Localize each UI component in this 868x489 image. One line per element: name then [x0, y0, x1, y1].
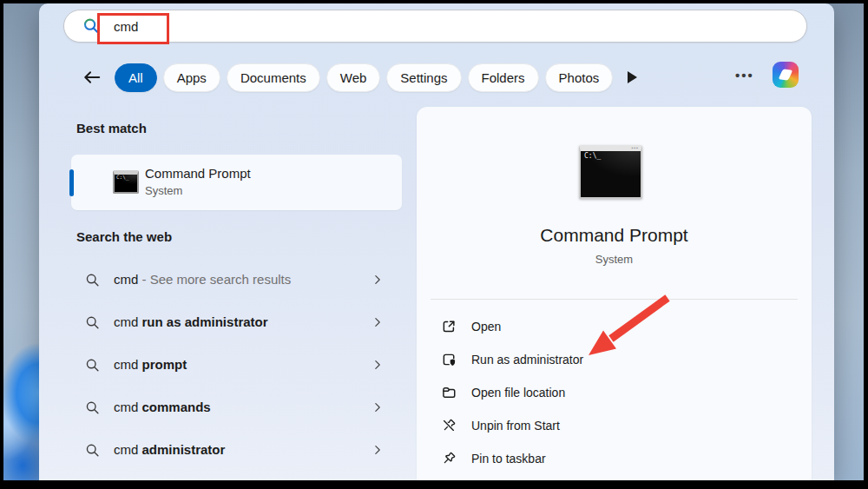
chevron-right-icon [372, 401, 384, 413]
run-as-administrator-icon [441, 352, 457, 367]
chevron-right-icon [372, 316, 384, 328]
best-match-subtitle: System [145, 184, 182, 197]
suggestion-query: cmd [114, 272, 138, 287]
suggestion-suffix: run as administrator [142, 314, 268, 329]
web-section-heading: Search the web [76, 229, 172, 244]
copilot-icon[interactable] [773, 62, 799, 88]
suggestion-suffix: commands [142, 400, 211, 414]
search-icon [85, 273, 100, 287]
action-list: Open Run as administrator Open file loca… [417, 310, 812, 475]
details-title: Command Prompt [417, 225, 812, 246]
action-unpin-from-start[interactable]: Unpin from Start [417, 409, 812, 442]
suggestion-query: cmd [114, 357, 142, 372]
more-options-icon[interactable]: ••• [735, 68, 754, 83]
suggestion-suffix: administrator [142, 442, 226, 457]
search-input[interactable]: cmd [63, 10, 807, 43]
tab-all[interactable]: All [115, 63, 157, 92]
action-pin-to-taskbar[interactable]: Pin to taskbar [417, 442, 812, 475]
action-label: Unpin from Start [471, 419, 560, 433]
back-button[interactable] [81, 66, 103, 89]
suggestion-query: cmd [114, 314, 142, 329]
wallpaper-bloom [3, 328, 40, 480]
command-prompt-icon-large: ▪▪▪ C:\_ [579, 145, 642, 199]
suggestion-query: cmd [114, 442, 142, 457]
back-arrow-icon [82, 68, 102, 87]
best-match-heading: Best match [76, 121, 147, 135]
annotation-highlight-box [97, 13, 169, 44]
action-open-file-location[interactable]: Open file location [417, 376, 812, 409]
best-match-result[interactable]: C:\_ Command Prompt System [71, 155, 402, 210]
selection-accent-bar [69, 169, 74, 196]
tab-documents[interactable]: Documents [227, 63, 320, 92]
suggestion-row[interactable]: cmd commands [39, 387, 412, 429]
suggestion-row[interactable]: cmd - See more search results [39, 259, 412, 301]
filter-tabs: All Apps Documents Web Settings Folders … [115, 63, 613, 92]
search-icon [85, 315, 100, 330]
chevron-right-icon [372, 444, 384, 456]
open-icon [441, 319, 457, 334]
unpin-icon [441, 418, 457, 433]
web-suggestions-list: cmd - See more search results cmd run as… [39, 259, 412, 472]
tab-apps[interactable]: Apps [163, 63, 220, 92]
tab-photos[interactable]: Photos [545, 63, 614, 92]
tab-folders[interactable]: Folders [468, 63, 539, 92]
best-match-title: Command Prompt [145, 166, 251, 181]
suggestion-query: cmd [114, 400, 142, 414]
action-label: Run as administrator [471, 353, 583, 367]
action-run-as-administrator[interactable]: Run as administrator [417, 343, 812, 376]
tabs-overflow-icon[interactable] [628, 71, 637, 83]
tab-settings[interactable]: Settings [386, 63, 461, 92]
suggestion-row[interactable]: cmd run as administrator [39, 301, 412, 344]
divider [431, 299, 798, 300]
action-label: Open [471, 320, 501, 334]
search-icon [85, 443, 100, 458]
suggestion-row[interactable]: cmd administrator [39, 429, 412, 472]
suggestion-suffix: prompt [142, 357, 187, 372]
search-icon [85, 358, 100, 373]
chevron-right-icon [372, 359, 384, 371]
folder-icon [441, 385, 457, 400]
action-label: Open file location [471, 386, 565, 400]
windows-search-flyout: cmd All Apps Documents Web Settings Fold… [39, 3, 834, 480]
details-subtitle: System [417, 253, 812, 266]
pin-icon [441, 451, 457, 466]
action-label: Pin to taskbar [471, 452, 546, 466]
suggestion-suffix: - See more search results [138, 272, 291, 287]
tab-web[interactable]: Web [326, 63, 381, 92]
search-icon [85, 400, 100, 415]
result-details-pane: ▪▪▪ C:\_ Command Prompt System Open Run … [417, 107, 812, 480]
command-prompt-icon: C:\_ [113, 170, 139, 194]
action-open[interactable]: Open [417, 310, 812, 343]
suggestion-row[interactable]: cmd prompt [39, 344, 412, 387]
search-filter-bar: All Apps Documents Web Settings Folders … [39, 63, 834, 92]
chevron-right-icon [372, 274, 384, 286]
